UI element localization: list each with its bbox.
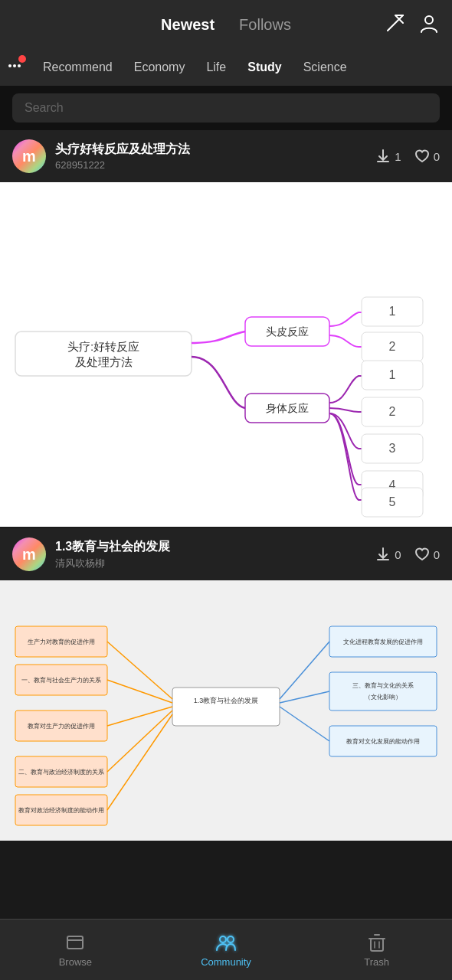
svg-line-0 [388,15,403,31]
svg-text:及处理方法: 及处理方法 [75,355,133,368]
category-life[interactable]: Life [195,56,237,79]
svg-text:头皮反应: 头皮反应 [266,325,309,338]
post2-like-btn[interactable]: 0 [414,546,440,563]
svg-text:（文化影响）: （文化影响） [365,694,401,701]
post1-download-count: 1 [395,150,401,163]
svg-point-60 [228,936,234,942]
svg-point-4 [18,64,21,67]
post2-download-btn[interactable]: 0 [375,546,401,563]
tab-follows[interactable]: Follows [239,16,291,34]
svg-text:教育对生产力的促进作用: 教育对生产力的促进作用 [28,723,95,730]
post1-like-btn[interactable]: 0 [414,148,440,165]
svg-text:1.3教育与社会的发展: 1.3教育与社会的发展 [194,697,259,704]
svg-text:教育对政治经济制度的能动作用: 教育对政治经济制度的能动作用 [18,807,104,814]
post1-title[interactable]: 头疗好转反应及处理方法 [55,142,375,158]
send-icon[interactable] [385,12,406,37]
svg-text:二、教育与政治经济制度的关系: 二、教育与政治经济制度的关系 [18,769,104,776]
svg-point-2 [8,64,11,67]
post2-like-count: 0 [434,548,440,561]
svg-point-59 [220,936,226,942]
svg-text:1: 1 [389,305,396,318]
profile-icon[interactable] [418,12,440,37]
header: Newest Follows [0,0,452,49]
svg-rect-5 [377,161,389,162]
post2-title[interactable]: 1.3教育与社会的发展 [55,539,375,555]
post1-avatar: m [12,139,46,173]
post2-actions: 0 0 [375,546,440,563]
post2-author: 清风吹杨柳 [55,557,375,570]
post-card-1: m 头疗好转反应及处理方法 628951222 1 0 [0,130,452,527]
nav-browse-label: Browse [59,956,92,968]
post2-avatar: m [12,537,46,571]
category-study[interactable]: Study [237,56,292,79]
nav-browse[interactable]: Browse [0,932,151,968]
post1-like-count: 0 [434,150,440,163]
svg-text:2: 2 [389,405,396,418]
svg-rect-57 [67,936,83,949]
post2-info: 1.3教育与社会的发展 清风吹杨柳 [55,539,375,570]
search-input[interactable] [12,93,440,122]
nav-community-label: Community [201,956,251,968]
category-tabs: Recommend Economy Life Study Science [0,49,452,86]
post2-preview[interactable]: 1.3教育与社会的发展 生产力对教育的促进作用 一、教育与社会生产力的关系 教育… [0,580,452,841]
svg-text:三、教育与文化的关系: 三、教育与文化的关系 [352,682,414,689]
nav-community[interactable]: Community [151,932,302,968]
svg-text:1: 1 [389,368,396,381]
notification-dot [18,55,26,63]
category-science[interactable]: Science [293,56,358,79]
tab-newest[interactable]: Newest [161,16,215,34]
header-icons [385,12,440,37]
post1-mindmap[interactable]: 头疗:好转反应 及处理方法 头皮反应 1 2 身体反应 [0,182,452,527]
svg-rect-50 [329,672,437,710]
category-recommend[interactable]: Recommend [32,56,123,79]
svg-rect-61 [371,939,383,951]
svg-point-3 [13,64,16,67]
post1-header: m 头疗好转反应及处理方法 628951222 1 0 [0,130,452,182]
svg-rect-28 [377,559,389,560]
svg-text:身体反应: 身体反应 [266,402,309,414]
svg-text:2: 2 [389,340,396,353]
post1-download-btn[interactable]: 1 [375,148,401,165]
bottom-nav: Browse Community Trash [0,919,452,980]
svg-rect-7 [15,332,192,376]
svg-text:3: 3 [389,442,396,455]
menu-button[interactable] [6,57,23,77]
svg-text:教育对文化发展的能动作用: 教育对文化发展的能动作用 [346,738,420,745]
search-bar [0,86,452,130]
nav-trash-label: Trash [364,956,389,968]
post2-header: m 1.3教育与社会的发展 清风吹杨柳 0 0 [0,528,452,580]
nav-trash[interactable]: Trash [301,932,452,968]
svg-text:5: 5 [389,495,396,508]
svg-text:头疗:好转反应: 头疗:好转反应 [67,340,139,353]
post-card-2: m 1.3教育与社会的发展 清风吹杨柳 0 0 [0,528,452,841]
category-economy[interactable]: Economy [123,56,196,79]
svg-rect-30 [172,688,280,726]
post1-actions: 1 0 [375,148,440,165]
svg-text:生产力对教育的促进作用: 生产力对教育的促进作用 [28,639,95,645]
post1-info: 头疗好转反应及处理方法 628951222 [55,142,375,171]
post2-download-count: 0 [395,548,401,561]
svg-point-1 [425,16,433,24]
svg-text:一、教育与社会生产力的关系: 一、教育与社会生产力的关系 [21,677,101,684]
header-tabs: Newest Follows [161,16,291,34]
svg-text:文化进程教育发展的促进作用: 文化进程教育发展的促进作用 [343,639,423,645]
post1-author: 628951222 [55,159,375,171]
